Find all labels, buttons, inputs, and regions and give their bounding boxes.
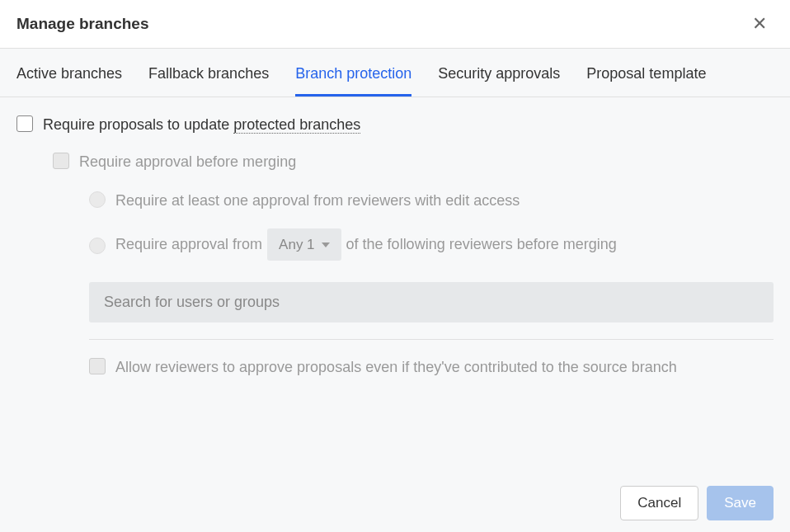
require-approval-label: Require approval before merging bbox=[79, 151, 296, 173]
reviewers-section: Search for users or groups Allow reviewe… bbox=[89, 282, 774, 379]
tab-branch-protection[interactable]: Branch protection bbox=[295, 64, 411, 97]
cancel-button[interactable]: Cancel bbox=[620, 486, 698, 520]
tab-fallback-branches[interactable]: Fallback branches bbox=[148, 64, 269, 97]
protected-branches-term[interactable]: protected branches bbox=[233, 116, 360, 134]
approval-from-prefix: Require approval from bbox=[115, 233, 262, 257]
require-approval-from-row: Require approval from Any 1 of the follo… bbox=[89, 228, 774, 261]
tabs: Active branches Fallback branches Branch… bbox=[0, 49, 790, 97]
allow-contributors-checkbox bbox=[89, 358, 106, 374]
require-proposals-label: Require proposals to update protected br… bbox=[43, 114, 360, 136]
require-approval-checkbox bbox=[53, 153, 69, 169]
close-button[interactable]: ✕ bbox=[745, 12, 774, 36]
allow-contributors-row: Allow reviewers to approve proposals eve… bbox=[89, 356, 774, 379]
chevron-down-icon bbox=[322, 242, 330, 247]
close-icon: ✕ bbox=[752, 13, 767, 34]
require-proposals-row: Require proposals to update protected br… bbox=[16, 114, 774, 136]
modal-body: Active branches Fallback branches Branch… bbox=[0, 49, 790, 532]
approval-count-value: Any 1 bbox=[279, 233, 314, 256]
tab-active-branches[interactable]: Active branches bbox=[16, 64, 122, 97]
require-one-approval-radio bbox=[89, 191, 106, 208]
modal-header: Manage branches ✕ bbox=[0, 0, 790, 49]
divider bbox=[89, 339, 774, 340]
modal-footer: Cancel Save bbox=[0, 474, 790, 532]
tab-proposal-template[interactable]: Proposal template bbox=[586, 64, 706, 97]
reviewer-search-input: Search for users or groups bbox=[89, 282, 774, 322]
tab-content: Require proposals to update protected br… bbox=[0, 97, 790, 474]
require-proposals-prefix: Require proposals to update bbox=[43, 116, 233, 133]
approval-from-suffix: of the following reviewers before mergin… bbox=[346, 233, 617, 257]
save-button: Save bbox=[707, 486, 774, 520]
tab-security-approvals[interactable]: Security approvals bbox=[438, 64, 560, 97]
require-approval-from-radio bbox=[89, 238, 106, 254]
allow-contributors-label: Allow reviewers to approve proposals eve… bbox=[115, 356, 677, 379]
require-proposals-checkbox[interactable] bbox=[16, 115, 33, 132]
require-one-approval-label: Require at least one approval from revie… bbox=[115, 190, 520, 212]
manage-branches-modal: Manage branches ✕ Active branches Fallba… bbox=[0, 0, 790, 532]
require-one-approval-row: Require at least one approval from revie… bbox=[89, 190, 774, 212]
require-approval-from-label: Require approval from Any 1 of the follo… bbox=[115, 228, 617, 261]
require-approval-row: Require approval before merging bbox=[53, 151, 774, 173]
modal-title: Manage branches bbox=[16, 15, 149, 33]
approval-count-select: Any 1 bbox=[267, 228, 341, 261]
